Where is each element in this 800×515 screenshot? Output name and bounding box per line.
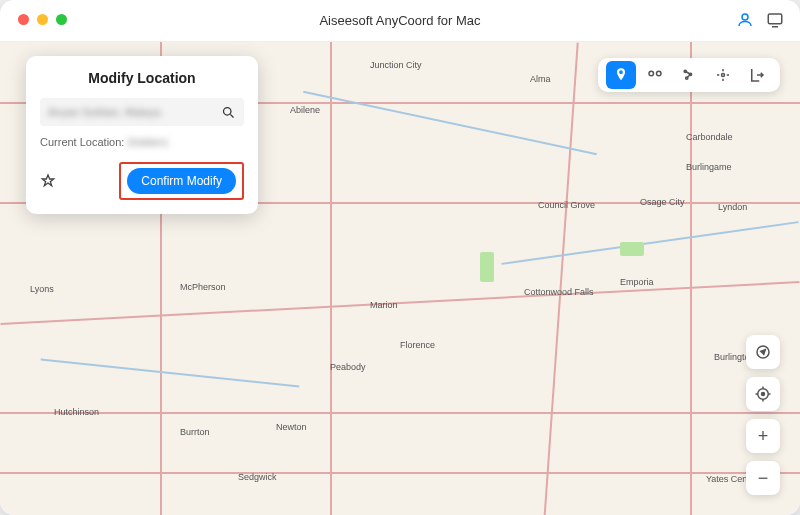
account-icon[interactable]	[736, 11, 754, 29]
export-icon[interactable]	[742, 61, 772, 89]
mode-toolbar	[598, 58, 780, 92]
map-city-label: Hutchinson	[54, 407, 99, 417]
titlebar-actions	[736, 11, 784, 29]
map-city-label: Florence	[400, 340, 435, 350]
close-window-button[interactable]	[18, 14, 29, 25]
display-icon[interactable]	[766, 11, 784, 29]
confirm-highlight: Confirm Modify	[119, 162, 244, 200]
location-search-input[interactable]: Anyan Sulidan, Malaya	[40, 98, 244, 126]
svg-point-3	[649, 71, 654, 76]
current-location-label: Current Location:	[40, 136, 124, 148]
fullscreen-window-button[interactable]	[56, 14, 67, 25]
mode-teleport-button[interactable]	[606, 61, 636, 89]
map-city-label: Council Grove	[538, 200, 595, 210]
svg-point-0	[742, 14, 748, 20]
mode-two-spot-button[interactable]	[640, 61, 670, 89]
window-controls	[18, 14, 67, 25]
titlebar: Aiseesoft AnyCoord for Mac	[0, 0, 800, 42]
map-city-label: Junction City	[370, 60, 422, 70]
zoom-out-button[interactable]: −	[746, 461, 780, 495]
confirm-modify-button[interactable]: Confirm Modify	[127, 168, 236, 194]
panel-heading: Modify Location	[40, 70, 244, 86]
map-city-label: Burrton	[180, 427, 210, 437]
favorite-icon[interactable]	[40, 173, 56, 189]
mode-joystick-button[interactable]	[708, 61, 738, 89]
compass-button[interactable]	[746, 335, 780, 369]
map-city-label: Osage City	[640, 197, 685, 207]
search-value: Anyan Sulidan, Malaya	[48, 106, 221, 118]
map-city-label: McPherson	[180, 282, 226, 292]
current-location-row: Current Location: (hidden)	[40, 136, 244, 148]
svg-point-2	[224, 107, 232, 115]
current-location-value: (hidden)	[127, 136, 167, 148]
search-icon[interactable]	[221, 105, 236, 120]
map-city-label: Newton	[276, 422, 307, 432]
map-city-label: Emporia	[620, 277, 654, 287]
modify-location-panel: Modify Location Anyan Sulidan, Malaya Cu…	[26, 56, 258, 214]
map-city-label: Lyndon	[718, 202, 747, 212]
map-city-label: Lyons	[30, 284, 54, 294]
map-city-label: Sedgwick	[238, 472, 277, 482]
map-city-label: Cottonwood Falls	[524, 287, 594, 297]
minimize-window-button[interactable]	[37, 14, 48, 25]
map-city-label: Peabody	[330, 362, 366, 372]
map-controls: + −	[746, 335, 780, 495]
zoom-in-button[interactable]: +	[746, 419, 780, 453]
svg-point-11	[762, 393, 765, 396]
map-city-label: Burlingame	[686, 162, 732, 172]
mode-multi-spot-button[interactable]	[674, 61, 704, 89]
map-city-label: Alma	[530, 74, 551, 84]
app-window: Aiseesoft AnyCoord for Mac Junction City…	[0, 0, 800, 515]
svg-rect-1	[768, 14, 782, 24]
map-city-label: Marion	[370, 300, 398, 310]
svg-point-8	[722, 74, 725, 77]
map-city-label: Carbondale	[686, 132, 733, 142]
svg-point-4	[657, 71, 662, 76]
window-title: Aiseesoft AnyCoord for Mac	[319, 13, 480, 28]
map-city-label: Abilene	[290, 105, 320, 115]
recenter-button[interactable]	[746, 377, 780, 411]
